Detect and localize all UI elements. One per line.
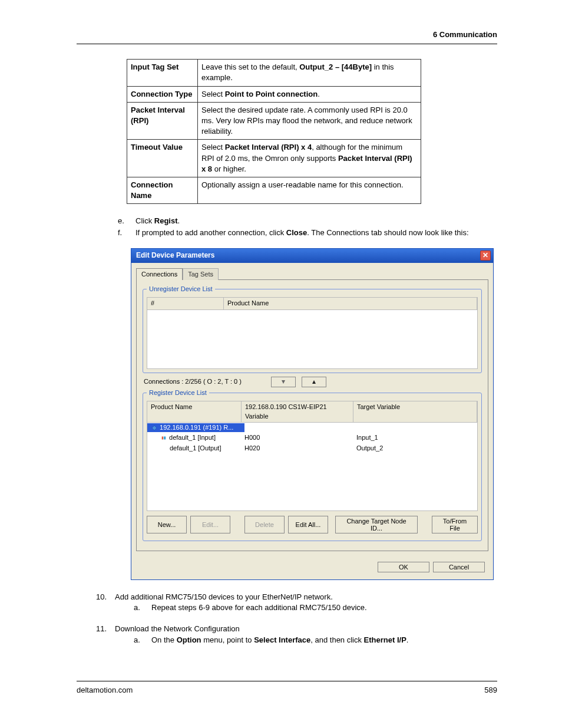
param-label: Input Tag Set xyxy=(127,60,198,86)
param-label: Timeout Value xyxy=(127,140,198,177)
svg-rect-1 xyxy=(162,437,164,440)
step-11: 11.Download the Network Configuration a.… xyxy=(96,624,497,645)
unreg-header: # Product Name xyxy=(147,297,478,309)
unreg-list-body[interactable] xyxy=(147,310,478,369)
param-desc: Optionally assign a user-readable name f… xyxy=(198,177,421,203)
device-icon xyxy=(151,425,158,431)
mid-row: Connections : 2/256 ( O : 2, T : 0 ) ▾ ▴ xyxy=(144,377,481,387)
reg-button-row: New... Edit... Delete Edit All... Change… xyxy=(147,516,478,533)
fieldset-legend: Unregister Device List xyxy=(147,285,215,294)
col-target: Target Variable xyxy=(353,401,477,422)
step-10: 10.Add additional RMC75/150 devices to y… xyxy=(96,592,497,613)
table-row[interactable]: 192.168.0.191 (#191) R... xyxy=(147,423,477,433)
param-label: Connection Type xyxy=(127,86,198,102)
move-down-button[interactable]: ▾ xyxy=(271,377,296,387)
fieldset-legend: Register Device List xyxy=(147,388,209,397)
section-title: 6 Communication xyxy=(433,30,497,39)
ok-button[interactable]: OK xyxy=(378,562,429,572)
to-from-file-button[interactable]: To/From File xyxy=(432,516,478,533)
edit-all-button[interactable]: Edit All... xyxy=(288,516,328,533)
new-button[interactable]: New... xyxy=(147,516,187,533)
cancel-button[interactable]: Cancel xyxy=(433,562,485,572)
svg-rect-2 xyxy=(164,437,166,440)
connections-count: Connections : 2/256 ( O : 2, T : 0 ) xyxy=(144,377,242,386)
step-10a: a.Repeat steps 6-9 above for each additi… xyxy=(134,602,497,613)
param-desc: Leave this set to the default, Output_2 … xyxy=(198,60,421,86)
table-row[interactable]: default_1 [Output] H020 Output_2 xyxy=(147,443,477,453)
footer-page: 589 xyxy=(484,685,497,696)
param-desc: Select Point to Point connection. xyxy=(198,86,421,102)
param-label: Packet Interval (RPI) xyxy=(127,102,198,140)
col-num: # xyxy=(147,298,224,309)
tab-tag-sets[interactable]: Tag Sets xyxy=(183,268,219,280)
reg-rows[interactable]: 192.168.0.191 (#191) R... default_1 [Inp… xyxy=(147,423,478,511)
param-desc: Select the desired update rate. A common… xyxy=(198,102,421,140)
col-variable: 192.168.0.190 CS1W-EIP21 Variable xyxy=(242,401,353,422)
numbered-steps: 10.Add additional RMC75/150 devices to y… xyxy=(96,592,497,645)
table-row[interactable]: default_1 [Input] H000 Input_1 xyxy=(147,433,477,443)
parameter-table: Input Tag Set Leave this set to the defa… xyxy=(127,59,421,204)
footer-site: deltamotion.com xyxy=(77,685,133,696)
dialog-titlebar: Edit Device Parameters ✕ xyxy=(131,249,493,263)
svg-marker-0 xyxy=(152,426,157,430)
param-desc: Select Packet Interval (RPI) x 4, althou… xyxy=(198,140,421,177)
change-target-button[interactable]: Change Target Node ID... xyxy=(335,516,418,533)
unregister-device-list: Unregister Device List # Product Name xyxy=(143,285,482,373)
reg-header: Product Name 192.168.0.190 CS1W-EIP21 Va… xyxy=(147,401,478,423)
register-device-list: Register Device List Product Name 192.16… xyxy=(143,388,482,541)
tab-panel: Unregister Device List # Product Name Co… xyxy=(136,279,488,551)
dialog-ok-row: OK Cancel xyxy=(131,556,493,579)
page-footer: deltamotion.com 589 xyxy=(77,681,497,696)
dialog-title: Edit Device Parameters xyxy=(136,251,214,261)
step-f: f.If prompted to add another connection,… xyxy=(118,228,497,238)
tab-bar: Connections Tag Sets xyxy=(131,263,493,279)
page-header: 6 Communication xyxy=(77,29,497,44)
param-label: Connection Name xyxy=(127,177,198,203)
delete-button: Delete xyxy=(244,516,285,533)
step-11a: a.On the Option menu, point to Select In… xyxy=(134,635,497,645)
move-up-button[interactable]: ▴ xyxy=(302,377,326,387)
substeps-e-f: e.Click Regist. f.If prompted to add ano… xyxy=(118,216,497,238)
tab-connections[interactable]: Connections xyxy=(136,268,183,280)
tag-icon xyxy=(160,435,167,441)
close-icon[interactable]: ✕ xyxy=(480,251,491,261)
edit-device-parameters-dialog: Edit Device Parameters ✕ Connections Tag… xyxy=(131,248,494,580)
col-product: Product Name xyxy=(147,401,242,422)
edit-button: Edit... xyxy=(190,516,230,533)
step-e: e.Click Regist. xyxy=(118,216,497,226)
col-product: Product Name xyxy=(224,298,477,309)
